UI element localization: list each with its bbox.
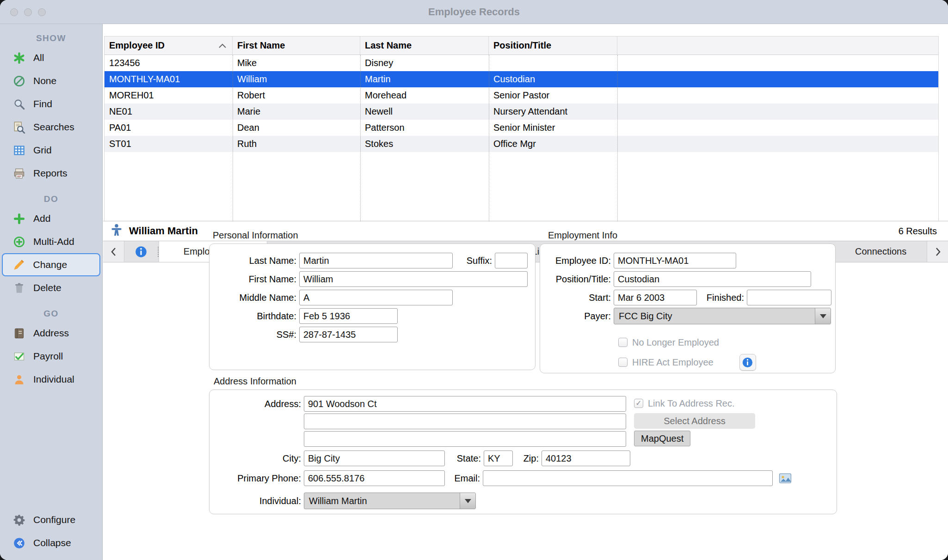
address-info-title: Address Information bbox=[214, 376, 296, 387]
employee-records-window: Employee Records SHOW All None Find Sear… bbox=[0, 0, 948, 560]
state-field[interactable] bbox=[484, 450, 513, 466]
sidebar-item-label: Reports bbox=[33, 168, 68, 179]
birthdate-label: Birthdate: bbox=[213, 311, 296, 322]
address-line2-field[interactable] bbox=[304, 414, 626, 429]
sidebar-item-collapse[interactable]: Collapse bbox=[2, 531, 100, 554]
chevron-down-icon bbox=[815, 308, 831, 324]
printer-report-icon bbox=[12, 166, 26, 180]
sidebar-item-label: Delete bbox=[33, 282, 62, 293]
employee-table: Employee ID First Name Last Name Positio… bbox=[104, 36, 939, 221]
zip-label: Zip: bbox=[515, 453, 539, 464]
individual-dropdown[interactable]: William Martin bbox=[304, 493, 476, 509]
column-header-blank bbox=[617, 37, 938, 55]
zip-field[interactable] bbox=[542, 450, 630, 466]
email-field[interactable] bbox=[483, 470, 773, 486]
suffix-field[interactable] bbox=[495, 253, 528, 268]
sidebar-item-label: All bbox=[33, 52, 44, 63]
mapquest-button[interactable]: MapQuest bbox=[634, 431, 690, 446]
grid-icon bbox=[12, 143, 26, 157]
column-header-position-title[interactable]: Position/Title bbox=[489, 37, 617, 55]
tab-scroll-right-button[interactable] bbox=[927, 241, 948, 262]
tab-info[interactable] bbox=[124, 241, 158, 262]
table-row[interactable]: NE01 Marie Newell Nursery Attendant bbox=[105, 103, 938, 120]
link-to-address-checkbox[interactable]: ✓ bbox=[634, 399, 643, 408]
sidebar-item-all[interactable]: All bbox=[2, 46, 100, 69]
sidebar-item-multi-add[interactable]: Multi-Add bbox=[2, 230, 100, 253]
column-header-first-name[interactable]: First Name bbox=[233, 37, 360, 55]
middle-name-field[interactable] bbox=[299, 290, 453, 305]
sidebar-item-find[interactable]: Find bbox=[2, 92, 100, 116]
checkmark-ledger-icon bbox=[12, 349, 26, 363]
sidebar-item-label: Multi-Add bbox=[33, 236, 74, 247]
hire-act-label: HIRE Act Employee bbox=[632, 357, 714, 368]
tab-scroll-left-button[interactable] bbox=[103, 241, 124, 262]
sidebar-item-label: Configure bbox=[33, 514, 75, 525]
sidebar-item-payroll[interactable]: Payroll bbox=[2, 345, 100, 368]
table-body: 123456 Mike Disney MONTHLY-MA01 William … bbox=[105, 55, 938, 221]
gear-icon bbox=[12, 513, 26, 527]
city-field[interactable] bbox=[304, 450, 445, 466]
hire-act-info-button[interactable] bbox=[739, 354, 756, 371]
sidebar-item-label: Payroll bbox=[33, 351, 63, 362]
table-row[interactable]: PA01 Dean Patterson Senior Minister bbox=[105, 120, 938, 136]
column-header-employee-id[interactable]: Employee ID bbox=[105, 37, 233, 55]
sidebar-item-add[interactable]: Add bbox=[2, 207, 100, 230]
minimize-button[interactable] bbox=[24, 8, 32, 16]
trash-icon bbox=[12, 281, 26, 295]
circled-plus-icon bbox=[12, 235, 26, 249]
hire-act-checkbox[interactable] bbox=[618, 358, 628, 367]
sidebar-section-go: GO bbox=[0, 306, 102, 322]
table-row[interactable]: MOREH01 Robert Morehead Senior Pastor bbox=[105, 87, 938, 103]
sidebar-item-label: None bbox=[33, 75, 56, 86]
payer-dropdown[interactable]: FCC Big City bbox=[614, 308, 831, 324]
select-address-button[interactable]: Select Address bbox=[634, 413, 755, 429]
table-row-selected[interactable]: MONTHLY-MA01 William Martin Custodian bbox=[105, 71, 938, 87]
plus-icon bbox=[12, 212, 26, 225]
record-name: William Martin bbox=[129, 225, 198, 237]
last-name-field[interactable] bbox=[299, 253, 453, 268]
employee-id-field[interactable] bbox=[614, 253, 736, 268]
first-name-field[interactable] bbox=[299, 271, 528, 287]
sidebar-item-searches[interactable]: Searches bbox=[2, 116, 100, 139]
contact-card-icon[interactable] bbox=[778, 471, 792, 485]
first-name-label: First Name: bbox=[213, 274, 296, 285]
title-bar: Employee Records bbox=[0, 0, 948, 24]
sidebar-item-label: Add bbox=[33, 213, 50, 224]
sidebar-item-grid[interactable]: Grid bbox=[2, 139, 100, 162]
sidebar-item-delete[interactable]: Delete bbox=[2, 276, 100, 299]
start-label: Start: bbox=[544, 292, 611, 303]
position-title-field[interactable] bbox=[614, 271, 811, 287]
primary-phone-field[interactable] bbox=[304, 470, 445, 486]
finished-date-field[interactable] bbox=[747, 290, 831, 305]
birthdate-field[interactable] bbox=[299, 308, 398, 324]
close-button[interactable] bbox=[10, 8, 18, 16]
sidebar-item-reports[interactable]: Reports bbox=[2, 162, 100, 185]
ssn-field[interactable] bbox=[299, 327, 398, 342]
middle-name-label: Middle Name: bbox=[213, 292, 296, 303]
table-row[interactable]: 123456 Mike Disney bbox=[105, 55, 938, 71]
main-content: Employee ID First Name Last Name Positio… bbox=[103, 24, 948, 560]
sidebar-item-none[interactable]: None bbox=[2, 69, 100, 92]
sidebar-item-configure[interactable]: Configure bbox=[2, 508, 100, 531]
table-row[interactable]: ST01 Ruth Stokes Office Mgr bbox=[105, 136, 938, 152]
tab-connections[interactable]: Connections bbox=[835, 241, 927, 262]
sidebar-item-label: Individual bbox=[33, 374, 74, 385]
zoom-button[interactable] bbox=[38, 8, 46, 16]
column-header-last-name[interactable]: Last Name bbox=[360, 37, 489, 55]
employee-id-label: Employee ID: bbox=[544, 256, 611, 266]
personal-info-group: Last Name: Suffix: First Name: Middle Na… bbox=[209, 243, 536, 370]
start-date-field[interactable] bbox=[614, 290, 697, 305]
document-search-icon bbox=[12, 120, 26, 134]
address-line3-field[interactable] bbox=[304, 431, 626, 447]
no-longer-employed-checkbox[interactable] bbox=[618, 338, 628, 347]
sidebar-item-address[interactable]: Address bbox=[2, 322, 100, 345]
sidebar-item-label: Find bbox=[33, 98, 52, 110]
address-label: Address: bbox=[213, 399, 301, 409]
address-line1-field[interactable] bbox=[304, 396, 626, 412]
last-name-label: Last Name: bbox=[213, 256, 296, 266]
address-book-icon bbox=[12, 326, 26, 340]
sidebar-section-show: SHOW bbox=[0, 30, 102, 46]
state-label: State: bbox=[445, 453, 481, 464]
sidebar-item-individual[interactable]: Individual bbox=[2, 368, 100, 391]
sidebar-item-change[interactable]: Change bbox=[2, 253, 100, 276]
